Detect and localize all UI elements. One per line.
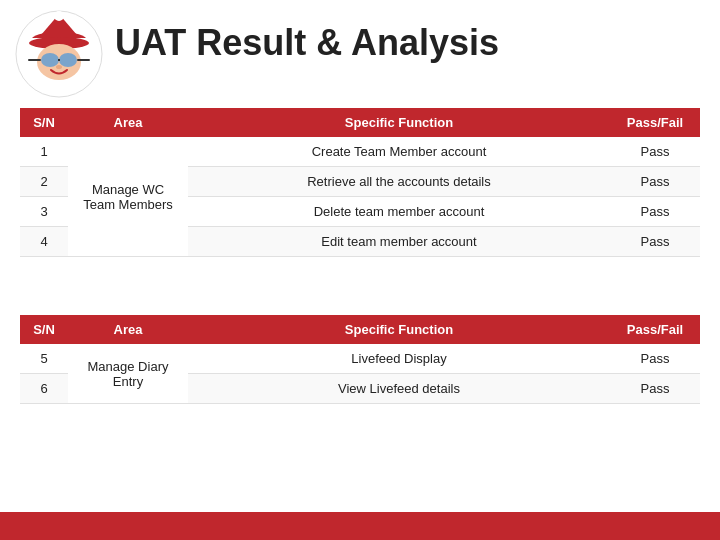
svg-point-14 bbox=[56, 65, 62, 69]
table2-header-result: Pass/Fail bbox=[610, 315, 700, 344]
row4-function: Edit team member account bbox=[188, 227, 610, 257]
row6-result: Pass bbox=[610, 374, 700, 404]
table1-header-area: Area bbox=[68, 108, 188, 137]
svg-rect-11 bbox=[58, 59, 60, 61]
table1-header-result: Pass/Fail bbox=[610, 108, 700, 137]
table-1: S/N Area Specific Function Pass/Fail 1 M… bbox=[20, 108, 700, 257]
row3-result: Pass bbox=[610, 197, 700, 227]
row5-result: Pass bbox=[610, 344, 700, 374]
row1-area: Manage WC Team Members bbox=[68, 137, 188, 257]
row6-function: View Livefeed details bbox=[188, 374, 610, 404]
row5-function: Livefeed Display bbox=[188, 344, 610, 374]
row3-function: Delete team member account bbox=[188, 197, 610, 227]
row2-function: Retrieve all the accounts details bbox=[188, 167, 610, 197]
table-2: S/N Area Specific Function Pass/Fail 5 M… bbox=[20, 315, 700, 404]
row5-sn: 5 bbox=[20, 344, 68, 374]
table2-header-sn: S/N bbox=[20, 315, 68, 344]
row1-function: Create Team Member account bbox=[188, 137, 610, 167]
row6-sn: 6 bbox=[20, 374, 68, 404]
svg-point-4 bbox=[54, 11, 64, 21]
page-title: UAT Result & Analysis bbox=[115, 22, 499, 64]
svg-point-8 bbox=[59, 53, 77, 67]
table-row: 5 Manage Diary Entry Livefeed Display Pa… bbox=[20, 344, 700, 374]
row1-sn: 1 bbox=[20, 137, 68, 167]
row1-result: Pass bbox=[610, 137, 700, 167]
row4-sn: 4 bbox=[20, 227, 68, 257]
table-row: 1 Manage WC Team Members Create Team Mem… bbox=[20, 137, 700, 167]
row5-area: Manage Diary Entry bbox=[68, 344, 188, 404]
table2-header-function: Specific Function bbox=[188, 315, 610, 344]
table1-header-function: Specific Function bbox=[188, 108, 610, 137]
logo bbox=[15, 10, 105, 100]
svg-rect-13 bbox=[77, 59, 90, 61]
bottom-bar bbox=[0, 512, 720, 540]
row4-result: Pass bbox=[610, 227, 700, 257]
row2-sn: 2 bbox=[20, 167, 68, 197]
table2-header-area: Area bbox=[68, 315, 188, 344]
row2-result: Pass bbox=[610, 167, 700, 197]
svg-rect-12 bbox=[28, 59, 41, 61]
svg-point-7 bbox=[41, 53, 59, 67]
table1-header-sn: S/N bbox=[20, 108, 68, 137]
row3-sn: 3 bbox=[20, 197, 68, 227]
